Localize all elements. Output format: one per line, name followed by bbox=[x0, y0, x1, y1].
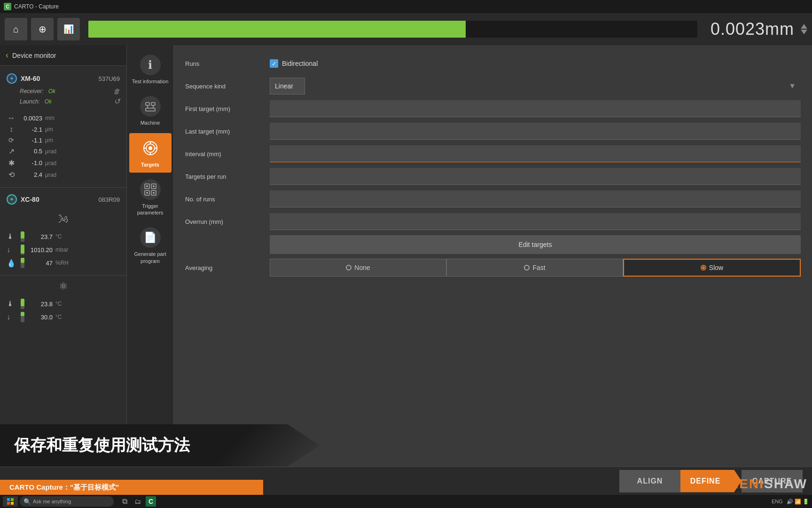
monitor-button[interactable]: 📊 bbox=[57, 18, 80, 40]
last-target-label: Last target (mm) bbox=[185, 128, 270, 135]
refresh-icon[interactable]: ↺ bbox=[114, 97, 120, 106]
averaging-row: Averaging None Fast Slow bbox=[185, 259, 801, 277]
trash-icon[interactable]: 🗑 bbox=[113, 87, 120, 95]
renishaw-logo: RENISHAW bbox=[729, 476, 807, 492]
averaging-label: Averaging bbox=[185, 264, 270, 271]
nav-label-targets: Targets bbox=[141, 161, 159, 168]
last-target-row: Last target (mm) 450.0000 bbox=[185, 122, 801, 140]
crosshair-button[interactable]: ⊕ bbox=[31, 18, 54, 40]
trigger-icon bbox=[140, 179, 161, 200]
svg-rect-20 bbox=[7, 498, 10, 501]
pressure-icon: ↓ bbox=[7, 246, 17, 254]
meas-val-2: -2.1 bbox=[19, 126, 42, 133]
taskbar-icons-sys: 🔊 📶 🔋 bbox=[787, 499, 809, 505]
meas-icon-6: ⟲ bbox=[7, 170, 16, 179]
sequence-kind-select[interactable]: Linear Random Custom bbox=[270, 78, 305, 95]
test-info-icon: ℹ bbox=[140, 55, 161, 75]
svg-rect-0 bbox=[146, 103, 149, 105]
avg-fast-button[interactable]: Fast bbox=[446, 259, 623, 277]
taskbar-icon-3[interactable]: C bbox=[146, 496, 156, 507]
arrow2-icon: ↓ bbox=[7, 313, 17, 321]
sidebar: ‹ Device monitor ✦ XM-60 537U69 Receiver… bbox=[0, 45, 127, 478]
arrow-up-icon bbox=[801, 24, 807, 29]
taskbar: 🔍 Ask me anything ⧉ 🗂 C ENG 🔊 📶 🔋 bbox=[0, 495, 812, 508]
launch-value: Ok bbox=[45, 98, 52, 105]
env-bar-fill-humidity bbox=[21, 258, 24, 263]
env-unit-humidity: %RH bbox=[55, 260, 69, 266]
progress-bar bbox=[88, 21, 697, 38]
back-arrow-icon[interactable]: ‹ bbox=[6, 50, 8, 60]
env-row-2-extra: ↓ 30.0 °C bbox=[7, 310, 120, 324]
edit-targets-button[interactable]: Edit targets bbox=[270, 235, 801, 254]
env-bar-fill-2-temp bbox=[21, 299, 24, 306]
sidebar-scroll[interactable]: ✦ XM-60 537U69 Receiver: Ok 🗑 Launch: Ok… bbox=[0, 66, 126, 478]
taskbar-icon-1[interactable]: ⧉ bbox=[119, 496, 130, 507]
env-section-2: 🌡 23.8 °C ↓ 30.0 °C bbox=[0, 294, 126, 326]
svg-point-16 bbox=[146, 185, 148, 187]
env-bar-humidity bbox=[21, 258, 24, 268]
nav-item-targets[interactable]: Targets bbox=[129, 133, 172, 173]
interval-row: Interval (mm) 30.0000 bbox=[185, 145, 801, 163]
targets-per-run-row: Targets per run 16 bbox=[185, 167, 801, 185]
interval-input[interactable]: 30.0000 bbox=[270, 145, 801, 162]
measurement-arrows bbox=[801, 24, 807, 34]
avg-none-radio bbox=[346, 265, 351, 270]
avg-slow-button[interactable]: Slow bbox=[623, 259, 801, 277]
overrun-input[interactable]: 0.5000 bbox=[270, 213, 801, 230]
molecule-icon: ⚛ bbox=[59, 280, 68, 293]
meas-row-3: ⟳ -1.1 μm bbox=[7, 135, 120, 145]
molecule-icon-row: ⚛ bbox=[0, 278, 126, 294]
nav-label-machine: Machine bbox=[141, 119, 160, 126]
nav-label-test-info: Test information bbox=[132, 78, 169, 85]
meas-icon-1: ↔ bbox=[7, 114, 16, 122]
device2-indicator: ✦ bbox=[7, 194, 17, 205]
sequence-kind-row: Sequence kind Linear Random Custom ▼ bbox=[185, 77, 801, 95]
avg-none-button[interactable]: None bbox=[270, 259, 446, 277]
meas-row-2: ↕ -2.1 μm bbox=[7, 124, 120, 135]
svg-rect-21 bbox=[11, 498, 14, 501]
env-val-pressure: 1010.20 bbox=[27, 246, 53, 254]
sequence-kind-wrapper: Linear Random Custom ▼ bbox=[270, 78, 801, 95]
nav-item-test-information[interactable]: ℹ Test information bbox=[129, 50, 172, 89]
meas-row-4: ↗ 0.5 μrad bbox=[7, 145, 120, 157]
taskbar-icon-2[interactable]: 🗂 bbox=[133, 496, 143, 507]
humidity-icon: 💧 bbox=[7, 259, 17, 268]
machine-icon bbox=[140, 96, 161, 117]
svg-rect-1 bbox=[151, 103, 155, 105]
bidirectional-checkbox[interactable]: ✓ bbox=[270, 59, 278, 68]
first-target-input[interactable]: 0.0000 bbox=[270, 100, 801, 117]
env-bar-2-extra bbox=[21, 312, 24, 322]
home-button[interactable]: ⌂ bbox=[5, 18, 27, 40]
runs-row: Runs ✓ Bidirectional bbox=[185, 55, 801, 72]
sidebar-title: Device monitor bbox=[12, 52, 56, 59]
receiver-value: Ok bbox=[48, 88, 55, 95]
wind-icon-row: 🌬 bbox=[0, 211, 126, 227]
start-button[interactable] bbox=[3, 496, 18, 507]
first-target-row: First target (mm) 0.0000 bbox=[185, 100, 801, 118]
taskbar-search[interactable]: 🔍 Ask me anything bbox=[20, 496, 114, 507]
progress-bar-fill bbox=[88, 21, 466, 38]
meas-unit-3: μm bbox=[45, 137, 53, 143]
no-of-runs-input[interactable]: 1 bbox=[270, 190, 801, 207]
nav-item-trigger-params[interactable]: Trigger parameters bbox=[129, 175, 172, 221]
nav-item-generate[interactable]: 📄 Generate part program bbox=[129, 222, 172, 269]
align-button[interactable]: ALIGN bbox=[619, 470, 680, 492]
meas-icon-4: ↗ bbox=[7, 147, 16, 156]
env-bar-2-temp bbox=[21, 299, 24, 309]
nav-item-machine[interactable]: Machine bbox=[129, 91, 172, 131]
meas-val-5: -1.0 bbox=[19, 159, 42, 167]
device2-row: ✦ XC-80 083R09 bbox=[7, 194, 120, 205]
last-target-input[interactable]: 450.0000 bbox=[270, 123, 801, 140]
meas-row-5: ✱ -1.0 μrad bbox=[7, 157, 120, 169]
env-row-humidity: 💧 47 %RH bbox=[7, 256, 120, 270]
env-bar-fill-2-extra bbox=[21, 312, 24, 316]
thermometer2-icon: 🌡 bbox=[7, 300, 17, 308]
sidebar-divider-1 bbox=[0, 187, 126, 188]
taskbar-time: ENG bbox=[772, 499, 783, 504]
targets-per-run-label: Targets per run bbox=[185, 173, 270, 180]
sidebar-divider-2 bbox=[0, 275, 126, 276]
app-icon: C bbox=[4, 3, 11, 10]
overlay-banner: 保存和重复使用测试方法 bbox=[0, 424, 320, 467]
sidebar-header: ‹ Device monitor bbox=[0, 45, 126, 66]
targets-per-run-input[interactable]: 16 bbox=[270, 168, 801, 185]
